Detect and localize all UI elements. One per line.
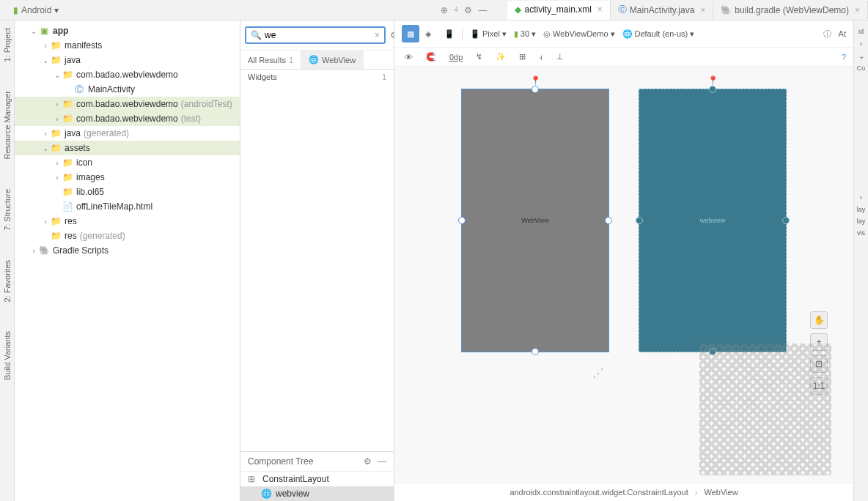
tool-resource-manager[interactable]: Resource Manager (3, 91, 12, 160)
warnings-icon[interactable]: ⓘ (823, 29, 831, 40)
close-tab-icon[interactable]: × (597, 4, 603, 15)
chevron-right-icon[interactable]: › (860, 193, 862, 201)
tree-arrow-icon[interactable]: › (53, 159, 62, 167)
tree-arrow-icon[interactable]: ⌄ (41, 56, 50, 64)
tree-arrow-icon[interactable]: › (53, 115, 62, 123)
tree-item-gradle-scripts[interactable]: ›🐘Gradle Scripts (15, 243, 240, 258)
pack-icon[interactable]: ⊥ (553, 51, 567, 63)
tree-item-lib-ol65[interactable]: 📁lib.ol65 (15, 185, 240, 199)
handle-bottom[interactable] (709, 348, 716, 355)
ct-minimize-icon[interactable]: — (378, 456, 386, 467)
tree-item-manifests[interactable]: ›📁manifests (15, 38, 240, 53)
tree-folder-icon: 📁 (50, 142, 62, 154)
breadcrumb-parent[interactable]: androidx.constraintlayout.widget.Constra… (510, 488, 688, 497)
tree-item-mainactivity[interactable]: ⒸMainActivity (15, 82, 240, 97)
handle-top[interactable] (709, 86, 716, 93)
tab-activity-main-xml[interactable]: ◆ activity_main.xml × (507, 1, 610, 20)
tool-project[interactable]: 1: Project (3, 28, 12, 62)
chevron-right-icon[interactable]: › (860, 40, 862, 48)
tool-build-variants[interactable]: Build Variants (3, 331, 12, 380)
design-surface[interactable]: 📍 WebView (461, 89, 609, 352)
tree-item-com-badao-webviewdemo[interactable]: ›📁com.badao.webviewdemo(androidTest) (15, 97, 240, 111)
tree-arrow-icon[interactable]: › (41, 130, 50, 138)
palette-tab-all-results[interactable]: All Results 1 (240, 51, 301, 69)
tree-arrow-icon[interactable]: › (53, 100, 62, 108)
ct-settings-icon[interactable]: ⚙ (364, 456, 372, 467)
blueprint-surface[interactable]: 📍 webview (639, 89, 787, 352)
tree-item-res[interactable]: 📁res(generated) (15, 229, 240, 243)
tree-arrow-icon[interactable]: › (41, 42, 50, 50)
handle-right[interactable] (782, 217, 790, 224)
margin-dropdown[interactable]: 0dp (446, 51, 466, 63)
handle-left[interactable] (458, 217, 466, 224)
tree-item-icon[interactable]: ›📁icon (15, 155, 240, 170)
attributes-sidebar: id › ⌄ Co › lay lay vis (853, 21, 868, 501)
tree-arrow-icon[interactable]: › (29, 247, 38, 255)
tree-arrow-icon[interactable]: ⌄ (29, 27, 38, 35)
infer-constraints-icon[interactable]: ✨ (493, 51, 509, 63)
tab-build-gradle[interactable]: 🐘 build.gradle (WebViewDemo) × (713, 1, 868, 19)
handle-right[interactable] (605, 217, 612, 224)
zoom-in-button[interactable]: + (810, 333, 828, 351)
palette-search-input[interactable]: 🔍 × (245, 26, 386, 44)
clear-search-icon[interactable]: × (375, 30, 380, 40)
tree-item-res[interactable]: ›📁res (15, 214, 240, 229)
handle-top[interactable] (532, 86, 539, 93)
tree-item-java[interactable]: ›📁java(generated) (15, 126, 240, 141)
pan-button[interactable]: ✋ (810, 311, 828, 329)
tool-favorites[interactable]: 2: Favorites (3, 260, 12, 302)
tree-item-images[interactable]: ›📁images (15, 170, 240, 185)
api-picker[interactable]: ▮ 30 ▾ (514, 29, 536, 39)
zoom-100-button[interactable]: 1:1 (810, 377, 828, 395)
tree-arrow-icon[interactable]: › (53, 174, 62, 182)
chevron-down-icon[interactable]: ⌄ (858, 52, 864, 60)
settings-icon[interactable]: ⚙ (464, 5, 472, 15)
tree-item-offlinetilemap-html[interactable]: 📄offLineTileMap.html (15, 199, 240, 214)
project-tree[interactable]: ⌄▣app›📁manifests⌄📁java⌄📁com.badao.webvie… (15, 21, 240, 501)
module-dropdown[interactable]: ▮ Android ▾ (7, 4, 65, 17)
blueprint-mode-icon[interactable]: ◈ (419, 25, 437, 42)
close-tab-icon[interactable]: × (855, 5, 860, 15)
tree-item-suffix: (test) (181, 114, 201, 124)
tree-item-app[interactable]: ⌄▣app (15, 23, 240, 38)
design-view[interactable]: WebView (461, 89, 609, 352)
device-picker[interactable]: 📱 Pixel ▾ (470, 29, 507, 39)
design-canvas[interactable]: 📍 WebView 📍 webview (394, 67, 853, 483)
handle-bottom[interactable] (532, 348, 539, 355)
zoom-fit-button[interactable]: ⊡ (810, 355, 828, 373)
tree-item-com-badao-webviewdemo[interactable]: ›📁com.badao.webviewdemo(test) (15, 111, 240, 126)
hide-icon[interactable]: — (478, 5, 487, 15)
align-icon[interactable]: ⫞ (536, 51, 546, 63)
locale-picker[interactable]: 🌐 Default (en-us) ▾ (622, 29, 695, 39)
close-tab-icon[interactable]: × (700, 5, 705, 15)
tree-folder-icon: ▣ (38, 25, 50, 37)
tree-arrow-icon[interactable]: ⌄ (53, 71, 62, 79)
breadcrumb-child[interactable]: WebView (705, 488, 738, 497)
orientation-icon[interactable]: 📱 (444, 29, 455, 39)
palette-item-widgets[interactable]: Widgets 1 (240, 70, 394, 84)
theme-picker[interactable]: ◎ WebViewDemo ▾ (543, 29, 614, 39)
palette-tab-webview[interactable]: 🌐 WebView (301, 51, 364, 69)
collapse-icon[interactable]: ÷ (454, 5, 459, 15)
help-icon[interactable]: ? (842, 53, 846, 62)
handle-left[interactable] (636, 217, 643, 224)
tree-item-java[interactable]: ⌄📁java (15, 53, 240, 67)
layout-icon: ⊞ (248, 474, 258, 484)
eye-icon[interactable]: 👁 (402, 51, 416, 63)
tree-item-assets[interactable]: ⌄📁assets (15, 141, 240, 155)
resize-handle-icon[interactable]: ⋰ (592, 366, 604, 380)
tool-structure[interactable]: 7: Structure (3, 189, 12, 231)
ct-item-webview[interactable]: 🌐 webview (240, 486, 394, 501)
tree-item-com-badao-webviewdemo[interactable]: ⌄📁com.badao.webviewdemo (15, 67, 240, 82)
tree-arrow-icon[interactable]: › (41, 218, 50, 226)
magnet-icon[interactable]: 🧲 (423, 51, 439, 63)
guidelines-icon[interactable]: ⊞ (516, 51, 529, 63)
ct-item-constraintlayout[interactable]: ⊞ ConstraintLayout (240, 472, 394, 486)
sort-icon[interactable]: ⊕ (441, 5, 448, 15)
design-mode-icon[interactable]: ▦ (402, 25, 419, 42)
tree-arrow-icon[interactable]: ⌄ (41, 144, 50, 152)
clear-constraints-icon[interactable]: ↯ (473, 51, 485, 63)
blueprint-view[interactable]: webview (639, 89, 787, 352)
tab-mainactivity-java[interactable]: Ⓒ MainActivity.java × (611, 1, 714, 19)
search-field[interactable] (265, 30, 375, 40)
